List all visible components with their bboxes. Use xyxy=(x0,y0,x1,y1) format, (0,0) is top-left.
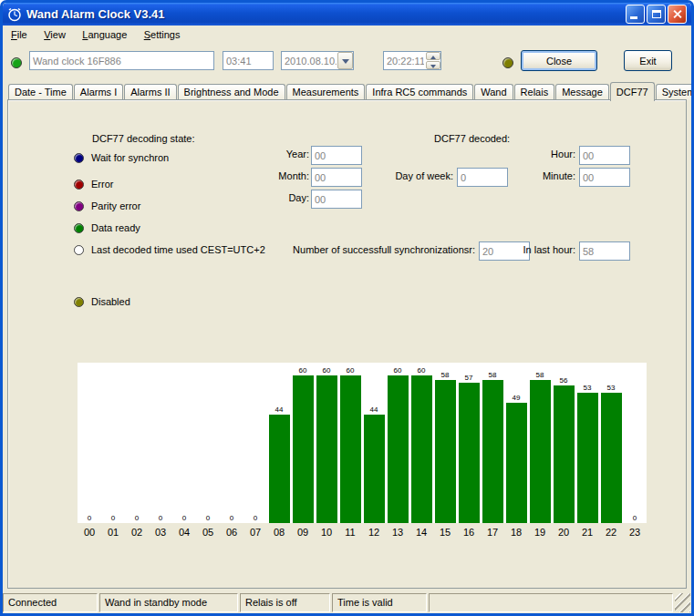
bar-value-label: 0 xyxy=(633,514,637,522)
axis-tick-label: 22 xyxy=(599,527,623,539)
decoded-heading: DCF77 decoded: xyxy=(434,133,510,144)
month-label: Month: xyxy=(227,170,309,181)
status-bar: Connected Wand in standby mode Relais is… xyxy=(3,592,691,613)
axis-tick-label: 03 xyxy=(149,527,172,539)
bar-value-label: 0 xyxy=(135,514,139,522)
tab-brightness-and-mode[interactable]: Brightness and Mode xyxy=(178,84,285,100)
bar xyxy=(411,375,432,523)
maximize-button[interactable] xyxy=(647,5,666,24)
chevron-down-icon xyxy=(342,59,349,64)
app-window: Wand Alarm Clock V3.41 File View Languag… xyxy=(0,0,694,616)
tab-alarms-1[interactable]: Alarms I xyxy=(74,84,123,100)
arrow-down-icon xyxy=(430,65,436,68)
bar-slot: 60 xyxy=(338,363,362,523)
axis-tick-label: 21 xyxy=(575,527,599,539)
spin-up-button[interactable] xyxy=(426,52,440,60)
tab-dcf77[interactable]: DCF77 xyxy=(610,82,655,101)
minute-field[interactable] xyxy=(579,168,630,187)
close-window-button[interactable] xyxy=(668,5,687,24)
bar-value-label: 53 xyxy=(584,384,592,392)
year-field[interactable] xyxy=(311,146,362,165)
minimize-button[interactable] xyxy=(626,5,645,24)
bar-slot: 58 xyxy=(528,363,552,523)
exit-button[interactable]: Exit xyxy=(624,50,672,71)
sync-count-label: Number of successfull synchronizationsr: xyxy=(218,244,475,255)
bar-slot: 60 xyxy=(386,363,409,523)
bar xyxy=(482,380,503,523)
resize-grip[interactable] xyxy=(675,593,690,612)
bar-value-label: 0 xyxy=(111,514,115,522)
menu-settings[interactable]: Settings xyxy=(138,26,187,43)
day-of-week-field[interactable] xyxy=(457,168,508,187)
bar-slot: 60 xyxy=(291,363,315,523)
bar-slot: 0 xyxy=(220,363,243,523)
bar-slot: 0 xyxy=(125,363,149,523)
tab-relais[interactable]: Relais xyxy=(514,84,555,100)
close-button[interactable]: Close xyxy=(521,50,597,71)
axis-tick-label: 04 xyxy=(172,527,196,539)
tab-message[interactable]: Message xyxy=(555,84,609,100)
bar-slot: 0 xyxy=(172,363,196,523)
tab-measurements[interactable]: Measurements xyxy=(286,84,366,100)
minute-label: Minute: xyxy=(519,170,575,181)
tab-strip: Date - Time Alarms I Alarms II Brightnes… xyxy=(8,82,686,100)
menu-file[interactable]: File xyxy=(5,26,34,43)
led-data-ready xyxy=(74,223,84,233)
bar xyxy=(554,385,575,523)
bar-value-label: 0 xyxy=(88,514,91,522)
hour-label: Hour: xyxy=(519,149,575,159)
alarm-time-field[interactable] xyxy=(223,51,274,70)
in-last-hour-field[interactable] xyxy=(579,241,630,261)
axis-tick-label: 02 xyxy=(125,527,149,539)
toolbar: Close Exit xyxy=(3,45,691,81)
tab-alarms-2[interactable]: Alarms II xyxy=(124,84,176,100)
bar xyxy=(269,415,290,523)
bar-slot: 0 xyxy=(78,363,101,523)
menu-language[interactable]: Language xyxy=(76,26,133,43)
axis-tick-label: 13 xyxy=(386,527,409,539)
bar-value-label: 56 xyxy=(560,376,568,385)
title-bar[interactable]: Wand Alarm Clock V3.41 xyxy=(3,3,691,26)
alarm-clock-icon xyxy=(7,7,22,22)
year-label: Year: xyxy=(227,149,309,159)
bar-value-label: 53 xyxy=(607,384,616,392)
device-name-field[interactable] xyxy=(29,51,214,70)
axis-tick-label: 05 xyxy=(196,527,220,539)
axis-tick-label: 18 xyxy=(504,527,528,539)
bar-value-label: 58 xyxy=(536,371,544,379)
bar-value-label: 60 xyxy=(323,366,331,375)
sync-bar-chart: 000000004460606044606058575849585653530 xyxy=(78,363,647,523)
axis-tick-label: 00 xyxy=(78,527,101,539)
date-dropdown-button[interactable] xyxy=(337,52,353,69)
bar-value-label: 44 xyxy=(370,406,378,414)
bar-value-label: 60 xyxy=(394,366,402,375)
state-disabled: Disabled xyxy=(74,296,130,307)
tab-date-time[interactable]: Date - Time xyxy=(8,84,73,100)
bar-slot: 60 xyxy=(409,363,433,523)
bar-slot: 58 xyxy=(433,363,457,523)
bar-value-label: 0 xyxy=(206,514,210,522)
axis-tick-label: 11 xyxy=(338,527,362,539)
day-label: Day: xyxy=(227,192,309,203)
bar-slot: 0 xyxy=(196,363,220,523)
menu-bar: File View Language Settings xyxy=(3,26,691,45)
bar-slot: 0 xyxy=(243,363,267,523)
bar-slot: 57 xyxy=(457,363,481,523)
minimize-icon xyxy=(630,16,637,19)
led-wait-for-synchron xyxy=(74,153,84,163)
bar-value-label: 60 xyxy=(418,366,426,375)
bar-value-label: 57 xyxy=(465,374,473,382)
day-field[interactable] xyxy=(311,190,362,209)
tab-system[interactable]: System xyxy=(656,84,694,100)
status-time-valid: Time is valid xyxy=(332,593,427,612)
bar xyxy=(506,403,527,523)
tab-wand[interactable]: Wand xyxy=(474,84,513,100)
tab-infra-rc5-commands[interactable]: Infra RC5 commands xyxy=(366,84,473,100)
menu-view[interactable]: View xyxy=(37,26,72,43)
spin-down-button[interactable] xyxy=(426,61,440,69)
hour-field[interactable] xyxy=(579,146,630,165)
axis-tick-label: 08 xyxy=(267,527,291,539)
axis-tick-label: 12 xyxy=(362,527,386,539)
bar xyxy=(601,393,622,523)
axis-tick-label: 01 xyxy=(101,527,125,539)
